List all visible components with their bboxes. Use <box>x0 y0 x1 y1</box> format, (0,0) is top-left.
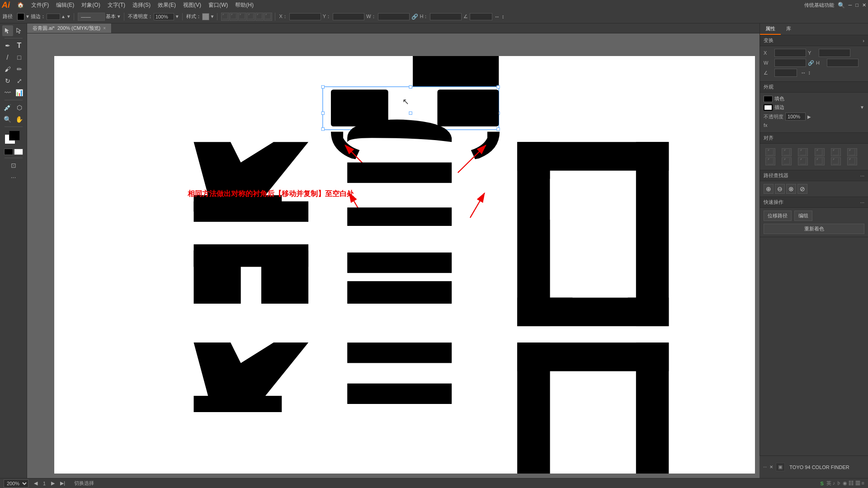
w-coord-input[interactable]: 88.394 <box>378 13 410 20</box>
stroke-down[interactable]: ▼ <box>66 14 71 19</box>
x-value-input[interactable]: 929.117 <box>774 49 806 57</box>
flip-v-btn[interactable]: ↕ <box>501 14 504 20</box>
tab-close-btn[interactable]: × <box>103 26 106 31</box>
graph-tool[interactable]: 📊 <box>14 87 25 98</box>
angle-prop-input[interactable]: 180° <box>774 69 797 77</box>
shape-tool[interactable]: □ <box>14 52 25 63</box>
dist-v-top[interactable]: ⬛ <box>815 157 825 165</box>
lock-ratio-icon[interactable]: 🔗 <box>808 60 814 66</box>
y-coord-input[interactable]: 72.007 <box>333 13 364 20</box>
pathfinder-section-header[interactable]: 路径查找器 ··· <box>760 170 868 181</box>
art-board-tool[interactable]: ⊡ <box>8 160 19 171</box>
stroke-arrow[interactable]: ▼ <box>25 14 30 19</box>
align-left-btn[interactable]: ⬛ <box>221 13 229 21</box>
menu-select[interactable]: 选择(S) <box>129 1 154 9</box>
appearance-section-header[interactable]: 外观 <box>760 82 868 93</box>
black-swatch[interactable] <box>4 149 13 155</box>
transform-section-header[interactable]: 变换 › <box>760 35 868 46</box>
align-center-btn[interactable]: ⬛ <box>230 13 238 21</box>
style-swatch[interactable] <box>202 13 209 20</box>
group-btn[interactable]: 编组 <box>794 211 812 221</box>
line-style-input[interactable] <box>78 13 105 21</box>
flip-v-prop-icon[interactable]: ↕ <box>808 70 811 76</box>
flip-h-btn[interactable]: ↔ <box>494 14 500 20</box>
menu-help[interactable]: 帮助(H) <box>231 1 257 9</box>
x-coord-input[interactable]: 929.117 <box>289 13 321 20</box>
opacity-prop-input[interactable] <box>785 113 806 121</box>
more-tools[interactable]: ··· <box>8 172 19 183</box>
hand-tool[interactable]: ✋ <box>14 114 25 125</box>
h-value-input[interactable]: 16.661 <box>827 59 859 67</box>
selection-tool[interactable] <box>2 25 13 36</box>
pf-unite[interactable]: ⊕ <box>764 184 774 194</box>
zoom-select[interactable]: 200% 100% 150% 300% <box>4 479 28 488</box>
menu-text[interactable]: 文字(T) <box>104 1 129 9</box>
page-end-btn[interactable]: ▶| <box>60 480 65 486</box>
tab-properties[interactable]: 属性 <box>760 23 781 35</box>
pf-minus-front[interactable]: ⊖ <box>775 184 785 194</box>
zoom-tool[interactable]: 🔍 <box>2 114 13 125</box>
paintbrush-tool[interactable]: 🖌 <box>2 64 13 75</box>
pen-tool[interactable]: ✒ <box>2 40 13 51</box>
menu-object[interactable]: 对象(O) <box>78 1 104 9</box>
recolor-btn[interactable]: 重新着色 <box>764 224 864 234</box>
align-top-edges[interactable]: ⬛ <box>815 148 825 156</box>
pencil-tool[interactable]: ✏ <box>14 64 25 75</box>
y-value-input[interactable]: 72.007 <box>819 49 850 57</box>
next-page-btn[interactable]: ▶ <box>51 480 55 486</box>
rotate-tool[interactable]: ↻ <box>2 75 13 86</box>
pf-exclude[interactable]: ⊘ <box>797 184 807 194</box>
dist-h-center[interactable]: ⬛ <box>782 157 792 165</box>
window-close[interactable]: ✕ <box>862 2 866 8</box>
stroke-arrow-prop[interactable]: ▼ <box>860 105 864 110</box>
align-middle-btn[interactable]: ⬛ <box>255 13 264 21</box>
color-swatches[interactable] <box>5 131 23 145</box>
align-section-header[interactable]: 对齐 <box>760 133 868 144</box>
dist-v-center[interactable]: ⬛ <box>831 157 841 165</box>
pf-intersect[interactable]: ⊗ <box>786 184 796 194</box>
align-right-btn[interactable]: ⬛ <box>238 13 246 21</box>
menu-view[interactable]: 视图(V) <box>179 1 205 9</box>
align-bottom-edges[interactable]: ⬛ <box>847 148 857 156</box>
white-swatch[interactable] <box>14 149 23 155</box>
line-arrow[interactable]: ▼ <box>117 14 121 19</box>
dist-v-bottom[interactable]: ⬛ <box>847 157 857 165</box>
window-maximize[interactable]: □ <box>855 2 859 8</box>
stroke-color-swatch[interactable] <box>17 13 24 20</box>
search-icon[interactable]: 🔍 <box>838 2 845 9</box>
toyo-close-btn[interactable]: ✕ <box>769 465 773 469</box>
quick-actions-more[interactable]: ··· <box>860 200 864 205</box>
w-value-input[interactable]: 88.394 <box>774 59 806 67</box>
fill-color-swatch[interactable] <box>764 96 773 102</box>
opacity-input[interactable] <box>154 13 174 20</box>
scale-tool[interactable]: ⤢ <box>14 75 25 86</box>
menu-edit[interactable]: 编辑(E) <box>52 1 78 9</box>
lock-icon[interactable]: 🔗 <box>411 14 418 20</box>
type-tool[interactable]: T <box>14 40 25 51</box>
stroke-up[interactable]: ▲ <box>61 14 66 19</box>
quick-actions-header[interactable]: 快速操作 ··· <box>760 197 868 208</box>
align-left-edges[interactable]: ⬛ <box>765 148 775 156</box>
stroke-color[interactable] <box>9 131 20 141</box>
blend-tool[interactable]: ⬡ <box>14 102 25 113</box>
align-v-centers[interactable]: ⬛ <box>831 148 841 156</box>
pathfinder-more[interactable]: ··· <box>860 173 864 178</box>
flip-h-prop-icon[interactable]: ↔ <box>801 70 806 76</box>
h-coord-input[interactable]: 16.661 <box>430 13 462 20</box>
toyo-color-panel[interactable]: ··· ✕ ▣ TOYO 94 COLOR FINDER <box>760 455 868 478</box>
menu-file[interactable]: 文件(F) <box>28 1 52 9</box>
dist-h-left[interactable]: ⬛ <box>765 157 775 165</box>
eyedropper-tool[interactable]: 💉 <box>2 102 13 113</box>
prev-page-btn[interactable]: ◀ <box>34 480 38 486</box>
opacity-arrow[interactable]: ▼ <box>175 14 179 19</box>
style-arrow[interactable]: ▼ <box>210 14 215 19</box>
angle-input[interactable]: 180° <box>470 13 492 20</box>
menu-home[interactable]: 🏠 <box>14 2 28 8</box>
align-h-centers[interactable]: ⬛ <box>782 148 792 156</box>
align-bottom-btn[interactable]: ⬛ <box>264 13 272 21</box>
align-right-edges[interactable]: ⬛ <box>798 148 808 156</box>
offset-path-btn[interactable]: 位移路径 <box>764 211 792 221</box>
stroke-color-prop[interactable] <box>764 104 773 111</box>
menu-effect[interactable]: 效果(E) <box>154 1 179 9</box>
warp-tool[interactable]: 〰 <box>2 87 13 98</box>
